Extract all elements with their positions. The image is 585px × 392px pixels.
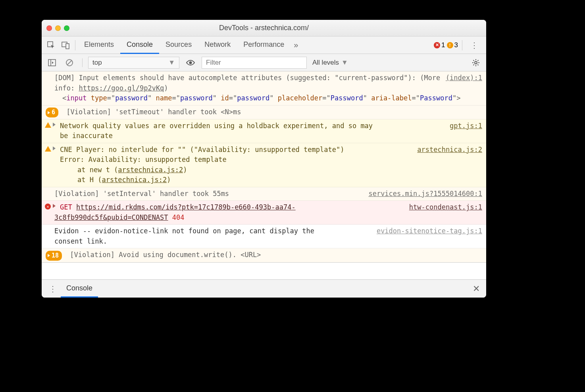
separator: [82, 58, 83, 67]
message-source[interactable]: htw-condenast.js:1: [409, 202, 482, 213]
svg-line-6: [67, 60, 72, 65]
log-levels-selector[interactable]: All levels ▼: [310, 59, 350, 67]
separator: [75, 40, 75, 50]
expand-icon[interactable]: [53, 204, 56, 208]
close-drawer-icon[interactable]: ✕: [470, 282, 483, 296]
expand-icon: [48, 111, 50, 114]
stack-link[interactable]: arstechnica.js:2: [118, 166, 183, 174]
separator: [462, 40, 462, 50]
svg-point-8: [475, 61, 477, 64]
expand-icon: [48, 254, 50, 257]
console-message[interactable]: (index):1 [DOM] Input elements should ha…: [42, 71, 486, 106]
message-source[interactable]: services.min.js?1555014600:1: [368, 189, 482, 199]
message-text: GET https://mid.rkdms.com/ids?ptk=17c178…: [54, 203, 296, 221]
message-source[interactable]: (index):1: [446, 73, 482, 83]
filter-input[interactable]: [202, 57, 307, 69]
context-selector[interactable]: top ▼: [88, 57, 179, 69]
error-count[interactable]: ✕ 1: [434, 41, 445, 49]
message-source[interactable]: gpt.js:1: [450, 121, 482, 131]
svg-rect-2: [66, 44, 69, 49]
panel-tabs: Elements Console Sources Network Perform…: [42, 37, 486, 54]
message-text: Network quality values are overridden us…: [54, 121, 380, 141]
stack-link[interactable]: arstechnica.js:2: [102, 176, 167, 184]
more-tabs-icon[interactable]: »: [291, 38, 301, 52]
error-icon: ✕: [434, 42, 440, 48]
message-text: [Violation] Avoid using document.write()…: [70, 251, 261, 259]
console-message[interactable]: ✕ htw-condenast.js:1 GET https://mid.rkd…: [42, 201, 486, 225]
traffic-lights: [46, 25, 69, 31]
error-count-value: 1: [441, 41, 445, 49]
message-source[interactable]: evidon-sitenotice-tag.js:1: [377, 226, 482, 236]
tab-sources[interactable]: Sources: [159, 37, 198, 54]
expand-icon[interactable]: [53, 123, 56, 127]
devtools-window: DevTools - arstechnica.com/ Elements Con…: [42, 20, 486, 298]
error-icon: ✕: [45, 204, 51, 209]
clear-console-icon[interactable]: [62, 56, 77, 69]
close-window-button[interactable]: [46, 25, 52, 31]
console-messages: (index):1 [DOM] Input elements should ha…: [42, 71, 486, 279]
drawer-menu-icon[interactable]: ⋮: [45, 282, 61, 296]
tab-network[interactable]: Network: [198, 37, 237, 54]
drawer: ⋮ Console ✕: [42, 279, 486, 298]
repeat-count-badge[interactable]: 18: [46, 251, 62, 261]
chevron-down-icon: ▼: [168, 59, 175, 67]
chevron-down-icon: ▼: [341, 59, 348, 67]
info-link[interactable]: https://goo.gl/9p2vKq: [79, 84, 164, 92]
console-message[interactable]: services.min.js?1555014600:1 [Violation]…: [42, 187, 486, 201]
tab-console[interactable]: Console: [120, 37, 159, 54]
repeat-count-badge[interactable]: 6: [46, 108, 58, 117]
message-source[interactable]: arstechnica.js:2: [417, 145, 482, 155]
inspect-element-icon[interactable]: [44, 39, 58, 52]
tab-elements[interactable]: Elements: [78, 37, 120, 54]
settings-menu-icon[interactable]: ⋮: [466, 38, 482, 52]
minimize-window-button[interactable]: [55, 25, 61, 31]
expand-icon[interactable]: [53, 146, 56, 150]
warning-count[interactable]: ! 3: [447, 41, 458, 49]
zoom-window-button[interactable]: [64, 25, 69, 31]
code-snippet: <input type="password" name="password" i…: [54, 93, 482, 104]
tab-performance[interactable]: Performance: [237, 37, 291, 54]
console-message[interactable]: arstechnica.js:2 CNE Player: no interlud…: [42, 143, 486, 187]
console-message[interactable]: 6 [Violation] 'setTimeout' handler took …: [42, 106, 486, 119]
window-title: DevTools - arstechnica.com/: [42, 24, 486, 32]
message-text: CNE Player: no interlude for "" ("Availa…: [54, 145, 364, 185]
titlebar: DevTools - arstechnica.com/: [42, 20, 486, 37]
context-value: top: [92, 59, 102, 67]
console-toolbar: top ▼ All levels ▼: [42, 54, 486, 71]
console-settings-icon[interactable]: [469, 57, 483, 68]
message-text: [Violation] 'setTimeout' handler took <N…: [66, 108, 241, 116]
warning-icon: [45, 146, 51, 152]
warning-icon: !: [447, 42, 453, 48]
console-message[interactable]: 18 [Violation] Avoid using document.writ…: [42, 248, 486, 262]
message-text: Evidon -- evidon-notice-link not found o…: [54, 226, 332, 246]
message-text: [DOM] Input elements should have autocom…: [54, 74, 440, 92]
svg-point-7: [189, 61, 192, 64]
device-toolbar-icon[interactable]: [58, 39, 73, 52]
live-expression-icon[interactable]: [183, 57, 198, 68]
levels-label: All levels: [312, 59, 339, 67]
toggle-sidebar-icon[interactable]: [45, 57, 59, 69]
message-text: [Violation] 'setInterval' handler took 5…: [54, 190, 229, 198]
warning-icon: [45, 122, 51, 128]
console-message[interactable]: evidon-sitenotice-tag.js:1 Evidon -- evi…: [42, 225, 486, 248]
drawer-tab-console[interactable]: Console: [61, 280, 98, 298]
console-message[interactable]: gpt.js:1 Network quality values are over…: [42, 119, 486, 143]
warning-count-value: 3: [454, 41, 458, 49]
